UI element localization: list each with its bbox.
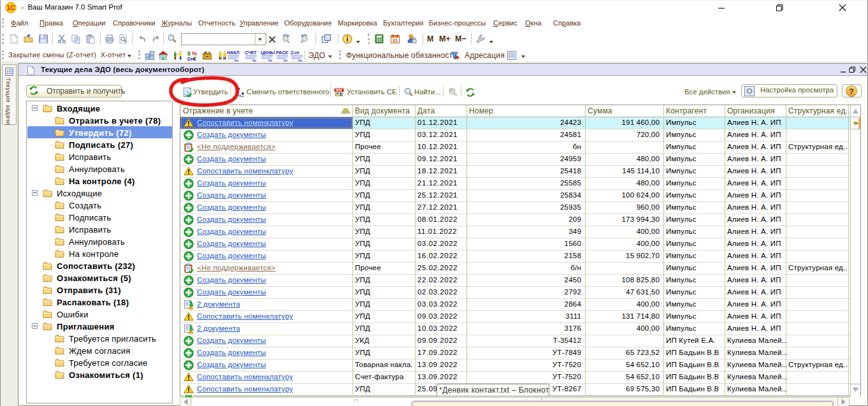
svg-text:?: ? [849, 87, 854, 96]
svg-text:€: € [193, 55, 196, 61]
svg-text:31: 31 [393, 38, 398, 43]
svg-text:1C: 1C [7, 4, 15, 11]
